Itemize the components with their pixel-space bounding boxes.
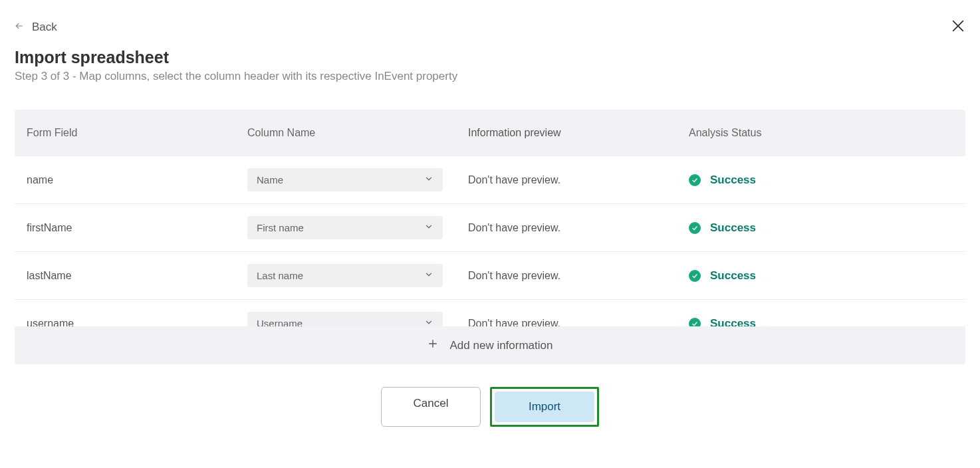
table-row: lastName Last name Don't have preview. [15,252,965,300]
status-badge: Success [689,221,953,235]
select-value: Name [257,174,283,185]
status-badge: Success [689,174,953,187]
table-row: firstName First name Don't have preview. [15,204,965,252]
check-circle-icon [689,174,701,186]
form-field-cell: name [27,174,247,186]
column-name-select[interactable]: Last name [247,264,443,287]
preview-cell: Don't have preview. [468,270,689,282]
add-new-information-button[interactable]: Add new information [15,326,965,364]
check-circle-icon [689,222,701,234]
mapping-table-scroll[interactable]: Form Field Column Name Information previ… [15,110,965,326]
cancel-button[interactable]: Cancel [381,387,481,427]
status-badge: Success [689,269,953,283]
status-text: Success [710,317,756,327]
column-name-select[interactable]: First name [247,216,443,239]
chevron-down-icon [424,222,433,233]
header-analysis-status: Analysis Status [689,127,953,139]
close-icon [951,24,965,35]
status-text: Success [710,269,756,283]
import-highlight: Import [490,387,599,427]
preview-cell: Don't have preview. [468,318,689,327]
back-button[interactable]: Back [15,21,57,34]
select-value: Last name [257,270,303,281]
status-text: Success [710,221,756,235]
chevron-down-icon [424,270,433,281]
select-value: First name [257,222,304,233]
page-title: Import spreadsheet [15,48,965,67]
import-button[interactable]: Import [495,392,594,422]
preview-cell: Don't have preview. [468,222,689,234]
status-badge: Success [689,317,953,327]
chevron-down-icon [424,318,433,326]
select-value: Username [257,318,303,326]
check-circle-icon [689,270,701,282]
arrow-left-icon [15,21,24,34]
mapping-table: Form Field Column Name Information previ… [15,110,965,326]
column-name-select[interactable]: Name [247,168,443,191]
table-row: name Name Don't have preview. [15,156,965,204]
chevron-down-icon [424,174,433,185]
plus-icon [428,338,438,352]
form-field-cell: lastName [27,270,247,282]
header-form-field: Form Field [27,127,247,139]
check-circle-icon [689,318,701,327]
status-text: Success [710,174,756,187]
add-new-label: Add new information [450,339,553,352]
header-column-name: Column Name [247,127,468,139]
table-header-row: Form Field Column Name Information previ… [15,110,965,156]
close-button[interactable] [951,19,965,36]
preview-cell: Don't have preview. [468,174,689,186]
table-row: username Username Don't have preview. [15,300,965,326]
form-field-cell: username [27,318,247,327]
form-field-cell: firstName [27,222,247,234]
page-subtitle: Step 3 of 3 - Map columns, select the co… [15,70,965,83]
column-name-select[interactable]: Username [247,312,443,326]
header-info-preview: Information preview [468,127,689,139]
back-label: Back [32,21,57,34]
